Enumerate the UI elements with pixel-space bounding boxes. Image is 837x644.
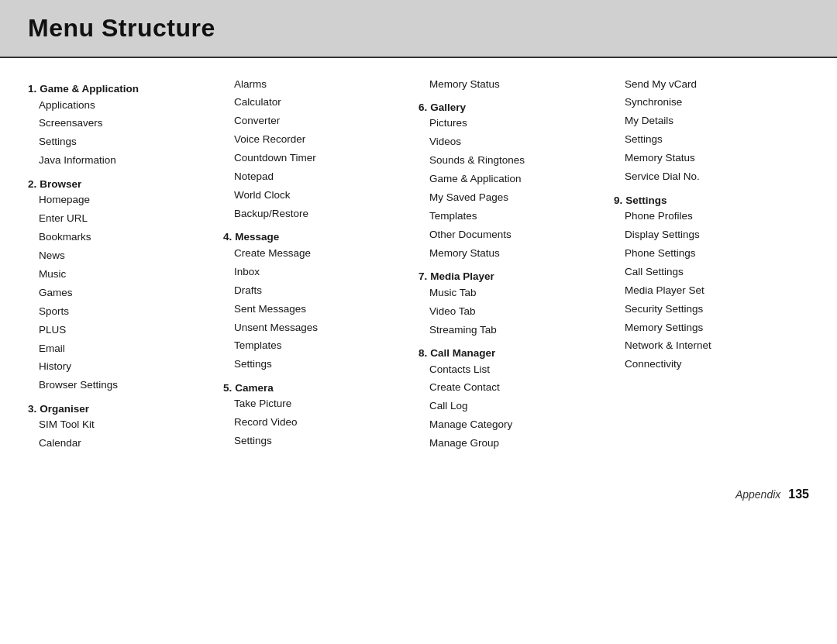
section-title: 2. Browser <box>28 178 209 190</box>
list-item: Memory Settings <box>614 319 795 337</box>
menu-section: 9. SettingsPhone ProfilesDisplay Setting… <box>614 195 795 374</box>
list-item: Voice Recorder <box>223 131 405 150</box>
section-number: 5. <box>223 382 232 394</box>
list-item: Memory Status <box>418 244 600 263</box>
list-item: Screensavers <box>28 115 209 133</box>
list-item: Alarms <box>223 75 405 94</box>
menu-section: Memory Status <box>418 75 600 94</box>
column-3: Memory Status6. GalleryPicturesVideosSou… <box>418 75 614 456</box>
list-item: Templates <box>223 337 405 356</box>
section-title: 8. Call Manager <box>418 347 600 359</box>
section-label: Settings <box>625 195 666 206</box>
list-item: Notepad <box>223 168 405 187</box>
list-item: Backup/Restore <box>223 205 405 223</box>
list-item: Pictures <box>418 115 600 133</box>
section-label: Media Player <box>430 270 494 282</box>
section-number: 8. <box>418 347 427 359</box>
column-4: Send My vCardSynchroniseMy DetailsSettin… <box>614 75 809 456</box>
content-area: 1. Game & ApplicationApplicationsScreens… <box>0 57 837 480</box>
list-item: Send My vCard <box>614 75 795 94</box>
menu-section: 2. BrowserHomepageEnter URLBookmarksNews… <box>28 178 209 395</box>
list-item: Applications <box>28 96 209 115</box>
list-item: Drafts <box>223 281 405 300</box>
list-item: Inbox <box>223 263 405 281</box>
section-number: 4. <box>223 231 232 243</box>
list-item: Phone Settings <box>614 244 795 263</box>
columns-wrapper: 1. Game & ApplicationApplicationsScreens… <box>28 75 809 456</box>
list-item: Browser Settings <box>28 377 209 395</box>
list-item: Take Picture <box>223 395 405 414</box>
section-label: Call Manager <box>430 347 495 359</box>
list-item: My Saved Pages <box>418 189 600 208</box>
list-item: Settings <box>223 356 405 374</box>
menu-section: 4. MessageCreate MessageInboxDraftsSent … <box>223 231 405 374</box>
footer-appendix: Appendix <box>735 488 780 501</box>
list-item: News <box>28 246 209 265</box>
list-item: Create Contact <box>418 379 600 398</box>
list-item: Manage Group <box>418 435 600 453</box>
section-title: 9. Settings <box>614 195 795 206</box>
list-item: Calculator <box>223 94 405 112</box>
section-label: Game & Application <box>40 83 139 95</box>
list-item: Service Dial No. <box>614 168 795 187</box>
list-item: Homepage <box>28 191 209 210</box>
list-item: Synchronise <box>614 94 795 112</box>
list-item: Sports <box>28 302 209 321</box>
list-item: Countdown Timer <box>223 150 405 168</box>
list-item: Settings <box>614 131 795 150</box>
section-label: Organiser <box>40 403 89 415</box>
header-bar: Menu Structure <box>0 0 837 57</box>
list-item: Call Settings <box>614 263 795 281</box>
section-title: 3. Organiser <box>28 403 209 415</box>
list-item: Create Message <box>223 244 405 263</box>
list-item: Unsent Messages <box>223 319 405 337</box>
list-item: Enter URL <box>28 210 209 229</box>
footer-row: Appendix 135 <box>0 480 837 509</box>
section-number: 2. <box>28 178 36 190</box>
list-item: Security Settings <box>614 300 795 319</box>
list-item: Connectivity <box>614 356 795 374</box>
list-item: Media Player Set <box>614 281 795 300</box>
section-label: Camera <box>235 382 274 394</box>
list-item: Game & Application <box>418 170 600 189</box>
list-item: Java Information <box>28 152 209 170</box>
section-title: 5. Camera <box>223 382 405 394</box>
section-title: 1. Game & Application <box>28 83 209 95</box>
section-label: Browser <box>40 178 81 190</box>
list-item: Bookmarks <box>28 229 209 247</box>
menu-section: Send My vCardSynchroniseMy DetailsSettin… <box>614 75 795 187</box>
list-item: Display Settings <box>614 226 795 244</box>
section-title: 7. Media Player <box>418 270 600 282</box>
list-item: PLUS <box>28 321 209 339</box>
list-item: SIM Tool Kit <box>28 416 209 435</box>
list-item: Record Video <box>223 414 405 432</box>
list-item: Memory Status <box>418 75 600 94</box>
list-item: Network & Internet <box>614 337 795 356</box>
list-item: Calendar <box>28 435 209 453</box>
section-label: Gallery <box>430 102 466 113</box>
list-item: Video Tab <box>418 302 600 321</box>
menu-section: 8. Call ManagerContacts ListCreate Conta… <box>418 347 600 453</box>
list-item: Templates <box>418 208 600 226</box>
footer-page: 135 <box>788 487 809 501</box>
page-title: Menu Structure <box>28 14 809 43</box>
list-item: Settings <box>223 432 405 451</box>
column-1: 1. Game & ApplicationApplicationsScreens… <box>28 75 223 456</box>
list-item: Call Log <box>418 398 600 416</box>
list-item: Manage Category <box>418 416 600 435</box>
menu-section: 6. GalleryPicturesVideosSounds & Rington… <box>418 102 600 263</box>
list-item: Music Tab <box>418 284 600 302</box>
section-title: 6. Gallery <box>418 102 600 113</box>
menu-section: AlarmsCalculatorConverterVoice RecorderC… <box>223 75 405 223</box>
list-item: World Clock <box>223 187 405 205</box>
list-item: Music <box>28 265 209 284</box>
section-number: 9. <box>614 195 622 206</box>
list-item: My Details <box>614 112 795 131</box>
list-item: Games <box>28 284 209 302</box>
list-item: Converter <box>223 112 405 131</box>
section-number: 6. <box>418 102 427 113</box>
section-number: 7. <box>418 270 427 282</box>
list-item: Sent Messages <box>223 300 405 319</box>
section-number: 3. <box>28 403 36 415</box>
menu-section: 7. Media PlayerMusic TabVideo TabStreami… <box>418 270 600 339</box>
